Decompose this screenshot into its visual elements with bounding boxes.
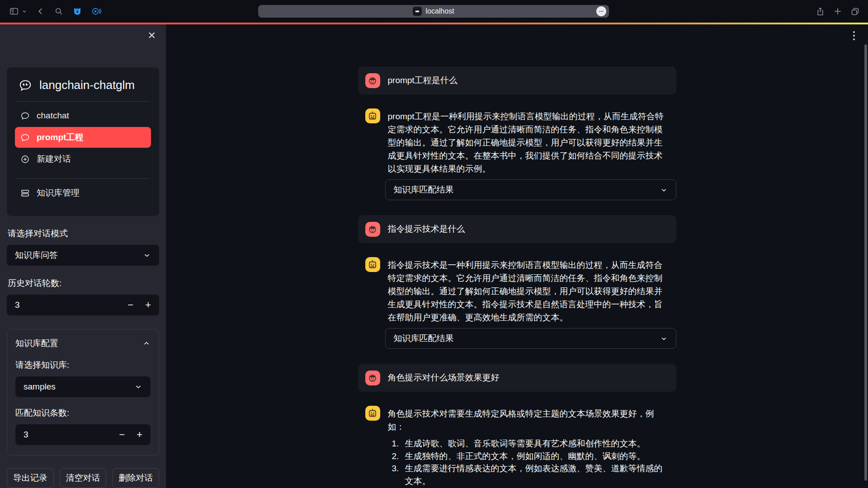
sidebar-close-icon[interactable]: ✕ <box>148 31 156 41</box>
assistant-message-list: 生成诗歌、歌词、音乐歌词等需要具有艺术感和创作性的文本。 生成独特的、非正式的文… <box>388 437 669 487</box>
kb-config-expander: 知识库配置 请选择知识库: samples <box>7 329 159 455</box>
sidebar: ✕ langchain-chatglm <box>0 24 166 488</box>
assistant-message-body: 角色提示技术对需要生成特定风格或特定主题的文本场景效果更好，例如： 生成诗歌、歌… <box>388 407 669 487</box>
user-message: 指令提示技术是什么 <box>358 215 676 243</box>
app-menu-icon[interactable] <box>850 30 858 42</box>
divider <box>16 101 150 102</box>
chevron-down-icon <box>134 383 142 391</box>
sidebar-item-label: 知识库管理 <box>37 187 80 199</box>
assistant-message-text: prompt工程是一种利用提示来控制语言模型输出的过程，从而生成符合特定需求的文… <box>388 110 669 175</box>
list-item: 生成需要进行情感表达的文本，例如表达感激、赞美、道歉等情感的文本。 <box>401 462 669 487</box>
increment-button[interactable]: + <box>145 300 151 310</box>
chat-column: prompt工程是什么 prompt工程是一种利用提示来控制语言模型输出的过程 <box>358 24 676 488</box>
kb-match-expander-label: 知识库匹配结果 <box>394 184 454 196</box>
chat-bubble-icon <box>20 111 30 121</box>
list-item: 生成独特的、非正式的文本，例如闲适的、幽默的、讽刺的等。 <box>401 450 669 463</box>
assistant-message: 指令提示技术是一种利用提示来控制语言模型输出的过程，从而生成符合特定需求的文本。… <box>358 257 676 324</box>
plus-circle-icon <box>20 155 30 164</box>
kb-config-header[interactable]: 知识库配置 <box>15 338 151 349</box>
sidebar-item-chatchat[interactable]: chatchat <box>15 105 151 126</box>
user-message-text: prompt工程是什么 <box>388 75 458 86</box>
match-count-input[interactable]: 3 − + <box>15 424 151 445</box>
kb-select-value: samples <box>24 382 56 392</box>
dialog-mode-label: 请选择对话模式 <box>8 228 158 239</box>
increment-button[interactable]: + <box>137 430 142 440</box>
app-title: langchain-chatglm <box>39 78 135 92</box>
sidebar-item-label: prompt工程 <box>37 131 83 143</box>
user-avatar <box>365 222 380 237</box>
history-rounds-label: 历史对话轮数: <box>8 277 158 289</box>
sidebar-item-new-dialog[interactable]: 新建对话 <box>15 149 151 169</box>
bot-avatar <box>365 108 380 123</box>
user-message-text: 角色提示对什么场景效果更好 <box>388 372 500 384</box>
dialog-mode-value: 知识库问答 <box>15 249 58 261</box>
kb-match-expander[interactable]: 知识库匹配结果 <box>385 328 676 349</box>
site-favicon-crown-icon <box>413 7 422 16</box>
user-message: 角色提示对什么场景效果更好 <box>358 364 676 392</box>
bot-avatar <box>365 257 380 272</box>
chevron-down-icon <box>660 335 668 343</box>
sidebar-options-chevron-icon[interactable] <box>22 9 27 14</box>
new-tab-plus-icon[interactable] <box>833 7 842 16</box>
chevron-up-icon <box>142 339 151 347</box>
vertical-scrollbar[interactable] <box>864 44 867 481</box>
tab-overview-icon[interactable] <box>850 7 860 16</box>
kb-match-expander[interactable]: 知识库匹配结果 <box>385 179 676 200</box>
address-url: localhost <box>425 7 454 15</box>
browser-window: localhost <box>0 0 868 488</box>
delete-dialog-button[interactable]: 删除对话 <box>112 468 159 488</box>
list-item: 生成诗歌、歌词、音乐歌词等需要具有艺术感和创作性的文本。 <box>401 437 669 450</box>
speech-quote-icon <box>19 79 32 92</box>
share-icon[interactable] <box>816 7 825 16</box>
sidebar-item-kb-manage[interactable]: 知识库管理 <box>15 183 151 203</box>
bot-avatar <box>365 406 380 421</box>
assistant-message: 角色提示技术对需要生成特定风格或特定主题的文本场景效果更好，例如： 生成诗歌、歌… <box>358 406 676 487</box>
main-area: prompt工程是什么 prompt工程是一种利用提示来控制语言模型输出的过程 <box>166 24 868 488</box>
kb-config-title: 知识库配置 <box>15 338 58 349</box>
assistant-message-text: 指令提示技术是一种利用提示来控制语言模型输出的过程，从而生成符合特定需求的文本。… <box>388 258 669 324</box>
database-icon <box>20 188 30 198</box>
extension-shield-icon[interactable] <box>72 6 82 16</box>
sidebar-item-prompt-project[interactable]: prompt工程 <box>15 127 151 148</box>
decrement-button[interactable]: − <box>127 300 133 310</box>
app-nav-card: langchain-chatglm chatchat <box>7 67 159 216</box>
chevron-down-icon <box>660 186 668 194</box>
kb-match-expander-label: 知识库匹配结果 <box>394 333 454 344</box>
assistant-message: prompt工程是一种利用提示来控制语言模型输出的过程，从而生成符合特定需求的文… <box>358 108 676 175</box>
decrement-button[interactable]: − <box>119 430 125 440</box>
sidebar-toggle-icon[interactable] <box>9 6 19 16</box>
chat-bubble-icon <box>20 133 30 142</box>
match-count-label: 匹配知识条数: <box>15 407 151 419</box>
user-message-text: 指令提示技术是什么 <box>388 223 465 235</box>
address-more-button[interactable] <box>596 6 606 16</box>
user-message: prompt工程是什么 <box>358 66 676 94</box>
history-rounds-value[interactable]: 3 <box>15 300 127 310</box>
match-count-value[interactable]: 3 <box>24 430 119 440</box>
sidebar-item-label: chatchat <box>37 111 69 121</box>
address-bar[interactable]: localhost <box>258 5 609 18</box>
kb-select[interactable]: samples <box>15 376 151 397</box>
dialog-mode-select[interactable]: 知识库问答 <box>7 245 159 266</box>
sidebar-item-label: 新建对话 <box>37 153 71 165</box>
divider <box>16 178 150 179</box>
user-avatar <box>365 73 380 88</box>
chevron-down-icon <box>143 251 151 259</box>
kb-select-label: 请选择知识库: <box>15 359 151 371</box>
search-icon[interactable] <box>54 7 63 16</box>
assistant-message-text: 角色提示技术对需要生成特定风格或特定主题的文本场景效果更好，例如： <box>388 409 654 432</box>
back-button-icon[interactable] <box>36 7 45 16</box>
browser-toolbar: localhost <box>0 0 868 23</box>
app-title-row: langchain-chatglm <box>15 78 151 92</box>
user-avatar <box>365 371 380 385</box>
clear-dialog-button[interactable]: 清空对话 <box>60 468 107 488</box>
history-rounds-input[interactable]: 3 − + <box>7 295 159 315</box>
export-records-button[interactable]: 导出记录 <box>7 468 54 488</box>
extension-star-circles-icon[interactable] <box>91 6 101 16</box>
